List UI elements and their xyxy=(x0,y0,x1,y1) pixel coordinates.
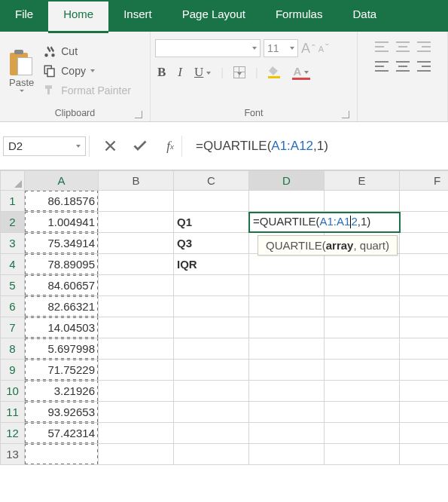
col-header-B[interactable]: B xyxy=(99,171,174,191)
cell[interactable]: 93.92653 xyxy=(25,402,99,423)
cell[interactable] xyxy=(249,444,325,465)
cell[interactable] xyxy=(400,254,449,275)
cell[interactable] xyxy=(400,191,449,212)
cell[interactable] xyxy=(325,275,400,296)
cell[interactable] xyxy=(249,317,325,338)
row-header[interactable]: 5 xyxy=(1,275,25,296)
cell[interactable] xyxy=(249,423,325,444)
cell[interactable] xyxy=(400,381,449,402)
col-header-E[interactable]: E xyxy=(325,171,400,191)
tab-page-layout[interactable]: Page Layout xyxy=(167,0,261,32)
cell[interactable] xyxy=(25,444,99,465)
row-header[interactable]: 6 xyxy=(1,296,25,317)
align-top-button[interactable] xyxy=(373,41,390,53)
cell[interactable]: 75.34914 xyxy=(25,233,99,254)
dialog-launcher-icon[interactable] xyxy=(135,111,142,118)
align-left-button[interactable] xyxy=(373,60,390,72)
cell[interactable] xyxy=(99,338,174,360)
cell[interactable] xyxy=(400,338,449,360)
tab-formulas[interactable]: Formulas xyxy=(261,0,338,32)
cell[interactable] xyxy=(325,191,400,212)
increase-font-button[interactable]: Aˆ xyxy=(301,41,315,57)
tab-home[interactable]: Home xyxy=(48,2,108,33)
select-all-corner[interactable] xyxy=(1,171,25,191)
cell[interactable] xyxy=(99,254,174,275)
copy-button[interactable]: Copy xyxy=(41,63,133,79)
cell[interactable] xyxy=(400,317,449,338)
cancel-formula-button[interactable] xyxy=(102,138,118,155)
row-header[interactable]: 7 xyxy=(1,317,25,338)
spreadsheet-grid[interactable]: A B C D E F 186.1857621.004941Q1375.3491… xyxy=(0,170,448,465)
cell[interactable]: 1.004941 xyxy=(25,212,99,233)
italic-button[interactable]: I xyxy=(175,63,184,81)
format-painter-button[interactable]: Format Painter xyxy=(41,82,133,99)
cell[interactable] xyxy=(325,317,400,338)
cell[interactable] xyxy=(99,191,174,212)
cell[interactable] xyxy=(99,317,174,338)
col-header-A[interactable]: A xyxy=(25,171,99,191)
cell[interactable] xyxy=(174,402,249,423)
align-center-button[interactable] xyxy=(395,60,411,72)
tab-file[interactable]: File xyxy=(0,0,48,32)
insert-function-button[interactable]: fx xyxy=(162,138,178,155)
cell[interactable] xyxy=(325,444,400,465)
borders-button[interactable] xyxy=(231,65,248,81)
cell[interactable]: Q3 xyxy=(174,233,249,254)
name-box[interactable]: D2 xyxy=(3,136,86,156)
font-color-button[interactable]: A xyxy=(290,63,313,81)
cut-button[interactable]: Cut xyxy=(41,43,133,60)
cell[interactable] xyxy=(249,254,325,275)
cell[interactable] xyxy=(174,317,249,338)
cell[interactable] xyxy=(249,360,325,381)
col-header-C[interactable]: C xyxy=(174,171,249,191)
cell[interactable]: 57.42314 xyxy=(25,423,99,444)
cell[interactable] xyxy=(174,338,249,360)
cell[interactable] xyxy=(325,338,400,360)
cell[interactable]: 78.89095 xyxy=(25,254,99,275)
cell[interactable] xyxy=(400,360,449,381)
cell[interactable] xyxy=(400,233,449,254)
cell[interactable] xyxy=(99,212,174,233)
cell[interactable] xyxy=(174,296,249,317)
bold-button[interactable]: B xyxy=(155,63,168,81)
row-header[interactable]: 11 xyxy=(1,402,25,423)
cell[interactable] xyxy=(325,360,400,381)
cell[interactable] xyxy=(325,254,400,275)
cell[interactable] xyxy=(400,423,449,444)
cell[interactable] xyxy=(99,360,174,381)
cell[interactable] xyxy=(174,381,249,402)
formula-input[interactable]: =QUARTILE(A1:A12,1) xyxy=(196,139,445,154)
row-header[interactable]: 12 xyxy=(1,423,25,444)
cell[interactable] xyxy=(174,423,249,444)
cell[interactable] xyxy=(249,381,325,402)
cell[interactable] xyxy=(400,212,449,233)
cell[interactable] xyxy=(400,275,449,296)
cell[interactable] xyxy=(325,381,400,402)
font-size-select[interactable]: 11 xyxy=(264,39,298,57)
cell[interactable] xyxy=(99,233,174,254)
row-header[interactable]: 3 xyxy=(1,233,25,254)
paste-button[interactable]: Paste xyxy=(5,47,38,95)
row-header[interactable]: 2 xyxy=(1,212,25,233)
cell[interactable]: 84.60657 xyxy=(25,275,99,296)
cell-editor[interactable]: =QUARTILE(A1:A12,1) xyxy=(248,212,401,233)
align-bottom-button[interactable] xyxy=(416,41,432,53)
cell[interactable] xyxy=(249,338,325,360)
col-header-D[interactable]: D xyxy=(249,171,325,191)
cell[interactable]: 71.75229 xyxy=(25,360,99,381)
row-header[interactable]: 9 xyxy=(1,360,25,381)
dialog-launcher-icon[interactable] xyxy=(342,111,349,118)
cell[interactable] xyxy=(99,402,174,423)
cell[interactable] xyxy=(325,402,400,423)
tab-insert[interactable]: Insert xyxy=(108,0,167,32)
cell[interactable]: 5.697998 xyxy=(25,338,99,360)
underline-button[interactable]: U xyxy=(192,63,213,81)
align-right-button[interactable] xyxy=(416,60,432,72)
cell[interactable] xyxy=(249,275,325,296)
font-name-select[interactable] xyxy=(155,39,261,57)
cell[interactable] xyxy=(99,381,174,402)
cell[interactable]: 82.66321 xyxy=(25,296,99,317)
row-header[interactable]: 10 xyxy=(1,381,25,402)
tab-data[interactable]: Data xyxy=(337,0,392,32)
cell[interactable] xyxy=(99,423,174,444)
